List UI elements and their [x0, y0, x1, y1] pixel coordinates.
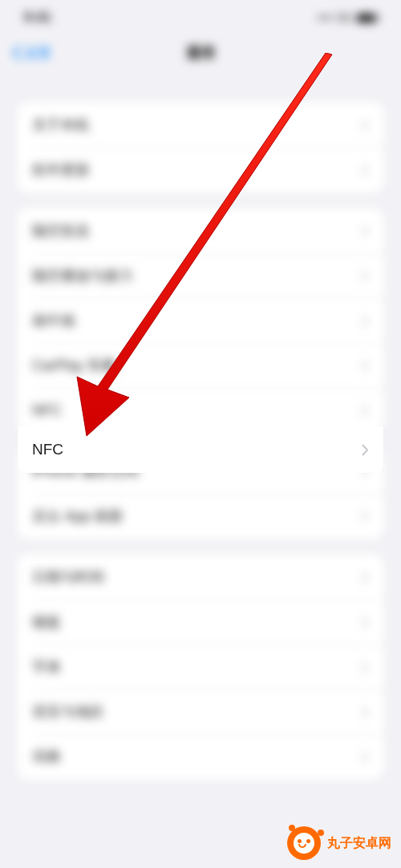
row-keyboard[interactable]: 键盘 [18, 600, 383, 644]
chevron-left-icon [11, 45, 21, 61]
settings-group: 日期与时间 键盘 字体 语言与地区 词典 [18, 555, 383, 779]
row-carplay[interactable]: CarPlay 车载 [18, 343, 383, 388]
row-fonts[interactable]: 字体 [18, 644, 383, 689]
row-date-time[interactable]: 日期与时间 [18, 555, 383, 600]
watermark-logo-icon [287, 826, 321, 860]
row-language-region[interactable]: 语言与地区 [18, 689, 383, 734]
page-title: 通用 [186, 43, 215, 63]
row-background-refresh[interactable]: 后台 App 刷新 [18, 494, 383, 539]
back-label: 设置 [24, 44, 51, 63]
row-nfc[interactable]: NFC [18, 426, 383, 473]
row-dictionary[interactable]: 词典 [18, 734, 383, 779]
row-pip[interactable]: 画中画 [18, 298, 383, 343]
row-airdrop[interactable]: 隔空投送 [18, 208, 383, 253]
chevron-right-icon [362, 360, 369, 372]
chevron-right-icon [362, 511, 369, 523]
nav-bar: 设置 通用 [0, 35, 401, 71]
row-software-update[interactable]: 软件更新 [18, 147, 383, 192]
row-airplay[interactable]: 隔空播放与接力 [18, 253, 383, 298]
chevron-right-icon [362, 571, 369, 583]
chevron-right-icon [362, 315, 369, 327]
chevron-right-icon [362, 164, 369, 176]
nfc-label: NFC [32, 441, 362, 458]
watermark: 丸子安卓网 [287, 826, 391, 860]
settings-group: 隔空投送 隔空播放与接力 画中画 CarPlay 车载 NFC [18, 208, 383, 433]
chevron-right-icon [362, 405, 369, 417]
watermark-text: 丸子安卓网 [327, 835, 391, 852]
status-bar: 9:41 •••• 5G [0, 0, 401, 35]
status-time: 9:41 [24, 10, 51, 26]
chevron-right-icon [362, 706, 369, 718]
settings-group: 关于本机 软件更新 [18, 103, 383, 192]
chevron-right-icon [362, 661, 369, 673]
status-indicators: •••• 5G [318, 11, 377, 24]
chevron-right-icon [362, 270, 369, 282]
chevron-right-icon [362, 444, 369, 456]
chevron-right-icon [362, 751, 369, 763]
chevron-right-icon [362, 616, 369, 628]
back-button[interactable]: 设置 [11, 44, 51, 63]
chevron-right-icon [362, 225, 369, 237]
chevron-right-icon [362, 119, 369, 131]
row-about[interactable]: 关于本机 [18, 103, 383, 147]
